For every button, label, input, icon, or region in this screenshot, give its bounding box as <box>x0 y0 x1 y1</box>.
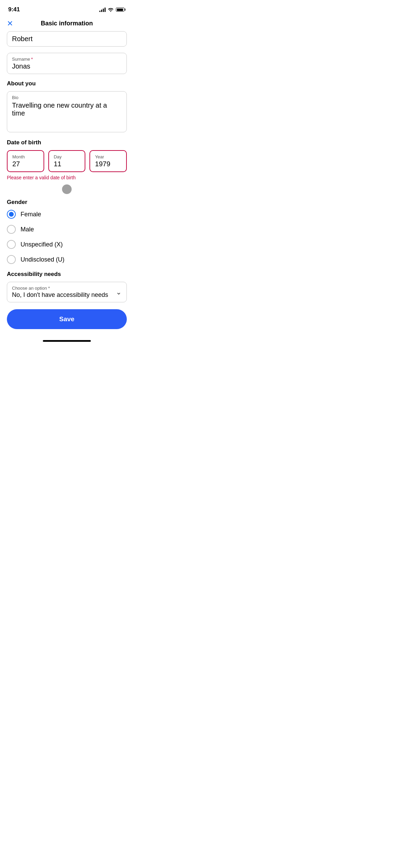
home-indicator <box>43 340 91 342</box>
page-title: Basic information <box>41 20 93 27</box>
radio-label-undisclosed: Undisclosed (U) <box>21 256 64 263</box>
surname-field[interactable]: Surname* Jonas <box>7 53 127 74</box>
dob-month-value: 27 <box>12 160 39 168</box>
signal-icon <box>99 7 106 12</box>
gender-section: Gender Female Male Unspecified (X) Undis… <box>7 199 127 264</box>
firstname-field[interactable]: Robert <box>7 31 127 47</box>
radio-circle-female <box>7 210 16 219</box>
dob-year-value: 1979 <box>95 160 121 168</box>
radio-label-unspecified: Unspecified (X) <box>21 241 63 248</box>
dob-day-field[interactable]: Day 11 <box>48 150 86 172</box>
scroll-indicator <box>62 184 72 194</box>
radio-label-male: Male <box>21 226 34 233</box>
header: ✕ Basic information <box>0 17 134 31</box>
radio-unspecified[interactable]: Unspecified (X) <box>7 240 127 249</box>
accessibility-label: Accessibility needs <box>7 271 127 278</box>
surname-label: Surname* <box>12 57 122 62</box>
accessibility-select-content: Choose an option * No, I don't have acce… <box>12 286 108 299</box>
dob-section: Date of birth Month 27 Day 11 Year 1979 … <box>7 139 127 180</box>
firstname-value: Robert <box>12 35 122 43</box>
dob-error: Please enter a valid date of birth <box>7 175 127 180</box>
radio-male[interactable]: Male <box>7 225 127 234</box>
about-you-label: About you <box>7 80 127 87</box>
dob-day-label: Day <box>54 154 80 159</box>
accessibility-select[interactable]: Choose an option * No, I don't have acce… <box>7 282 127 302</box>
radio-circle-undisclosed <box>7 255 16 264</box>
dob-month-field[interactable]: Month 27 <box>7 150 44 172</box>
radio-label-female: Female <box>21 211 41 218</box>
radio-female[interactable]: Female <box>7 210 127 219</box>
status-icons <box>99 7 125 13</box>
status-time: 9:41 <box>8 6 20 13</box>
bio-field[interactable]: Bio Travelling one new country at a time <box>7 91 127 132</box>
dob-day-value: 11 <box>54 160 80 168</box>
wifi-icon <box>108 7 114 13</box>
radio-circle-unspecified <box>7 240 16 249</box>
radio-inner-female <box>9 212 14 217</box>
accessibility-section: Accessibility needs Choose an option * N… <box>7 271 127 302</box>
surname-group: Surname* Jonas <box>7 53 127 74</box>
accessibility-value: No, I don't have accessibility needs <box>12 291 108 299</box>
chevron-down-icon: ⌄ <box>116 288 122 296</box>
dob-year-field[interactable]: Year 1979 <box>89 150 127 172</box>
radio-undisclosed[interactable]: Undisclosed (U) <box>7 255 127 264</box>
accessibility-select-label: Choose an option * <box>12 286 108 291</box>
form-content: Robert Surname* Jonas About you Bio Trav… <box>0 31 134 337</box>
dob-year-label: Year <box>95 154 121 159</box>
gender-label: Gender <box>7 199 127 206</box>
close-button[interactable]: ✕ <box>7 20 13 27</box>
surname-value: Jonas <box>12 62 122 70</box>
bio-value: Travelling one new country at a time <box>12 101 122 117</box>
bio-label: Bio <box>12 95 122 100</box>
battery-icon <box>116 8 125 12</box>
dob-month-label: Month <box>12 154 39 159</box>
radio-circle-male <box>7 225 16 234</box>
dob-fields: Month 27 Day 11 Year 1979 <box>7 150 127 172</box>
status-bar: 9:41 <box>0 0 134 17</box>
save-button[interactable]: Save <box>7 309 127 329</box>
dob-label: Date of birth <box>7 139 127 146</box>
